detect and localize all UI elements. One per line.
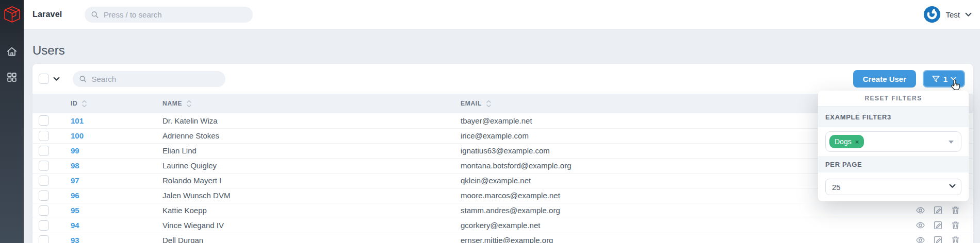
- filter-section-label: EXAMPLE FILTER3: [818, 107, 969, 127]
- delete-button[interactable]: [951, 235, 960, 243]
- per-page-section-label: PER PAGE: [818, 156, 969, 172]
- global-search-input[interactable]: [104, 10, 247, 19]
- search-icon: [91, 10, 99, 19]
- top-navbar: Laravel Test: [24, 0, 980, 29]
- eye-icon: [916, 235, 925, 243]
- chevron-down-icon: [949, 184, 956, 188]
- page-title: Users: [32, 43, 65, 58]
- brand-name[interactable]: Laravel: [32, 10, 62, 19]
- laravel-logo[interactable]: [0, 0, 24, 29]
- row-name: Laurine Quigley: [162, 158, 461, 173]
- sort-icon: [186, 100, 192, 108]
- row-id-link[interactable]: 98: [71, 161, 79, 170]
- edit-icon: [933, 220, 943, 230]
- row-id-link[interactable]: 96: [71, 191, 79, 200]
- row-name: Dell Durgan: [162, 233, 461, 243]
- row-checkbox[interactable]: [39, 161, 49, 171]
- filter-panel: RESET FILTERS EXAMPLE FILTER3 Dogs × PER…: [818, 91, 969, 201]
- row-checkbox[interactable]: [39, 115, 49, 126]
- table-row: 94 Vince Wiegand IV gcorkery@example.net: [32, 218, 973, 233]
- trash-icon: [951, 205, 960, 215]
- eye-icon: [916, 220, 925, 230]
- chevron-down-icon: [951, 77, 956, 81]
- resource-toolbar: Create User 1: [32, 64, 973, 94]
- row-checkbox[interactable]: [39, 190, 49, 201]
- sort-icon: [486, 100, 492, 108]
- laravel-logo-icon: [4, 6, 21, 23]
- chevron-down-icon: [965, 12, 972, 17]
- row-name: Dr. Katelin Wiza: [162, 113, 461, 128]
- row-id-link[interactable]: 97: [71, 176, 79, 185]
- filter-count: 1: [943, 75, 948, 83]
- edit-button[interactable]: [933, 220, 943, 230]
- table-row: 93 Dell Durgan ernser.mittie@example.org: [32, 233, 973, 243]
- grid-icon: [6, 72, 18, 83]
- row-checkbox[interactable]: [39, 220, 49, 231]
- sidebar: [0, 0, 24, 243]
- per-page-select[interactable]: 25: [825, 179, 961, 195]
- reset-filters-button[interactable]: RESET FILTERS: [818, 91, 969, 107]
- row-checkbox[interactable]: [39, 131, 49, 141]
- header-checkbox-spacer: [32, 94, 71, 113]
- row-id-link[interactable]: 94: [71, 221, 79, 230]
- select-all-dropdown[interactable]: [53, 77, 60, 81]
- avatar: [924, 6, 940, 23]
- eye-icon: [916, 205, 925, 215]
- search-icon: [79, 75, 87, 83]
- row-name: Vince Wiegand IV: [162, 218, 461, 233]
- example-filter3-multiselect[interactable]: Dogs ×: [825, 131, 961, 152]
- row-email: stamm.andres@example.org: [461, 203, 895, 218]
- global-search[interactable]: [85, 7, 253, 23]
- funnel-icon: [932, 75, 940, 83]
- delete-button[interactable]: [951, 205, 960, 215]
- user-menu[interactable]: Test: [924, 6, 972, 23]
- tag-label: Dogs: [835, 137, 852, 146]
- delete-button[interactable]: [951, 220, 960, 230]
- caret-down-icon: [949, 141, 954, 144]
- row-checkbox[interactable]: [39, 176, 49, 186]
- chevron-down-icon: [53, 77, 60, 81]
- per-page-value: 25: [832, 183, 841, 192]
- sort-column-id[interactable]: ID: [71, 94, 162, 113]
- trash-icon: [951, 235, 960, 243]
- create-user-button[interactable]: Create User: [853, 70, 916, 88]
- filter-dropdown-button[interactable]: 1: [923, 70, 965, 88]
- user-name: Test: [945, 10, 960, 19]
- row-email: ernser.mittie@example.org: [461, 233, 895, 243]
- edit-button[interactable]: [933, 205, 943, 215]
- remove-tag-button[interactable]: ×: [855, 138, 859, 145]
- row-checkbox[interactable]: [39, 235, 49, 243]
- row-checkbox[interactable]: [39, 146, 49, 156]
- home-icon: [6, 46, 18, 57]
- edit-icon: [933, 235, 943, 243]
- row-checkbox[interactable]: [39, 205, 49, 216]
- row-name: Jalen Wunsch DVM: [162, 188, 461, 203]
- table-row: 95 Kattie Koepp stamm.andres@example.org: [32, 203, 973, 218]
- view-button[interactable]: [916, 205, 925, 215]
- edit-button[interactable]: [933, 235, 943, 243]
- selected-tag: Dogs ×: [829, 135, 864, 148]
- row-id-link[interactable]: 93: [71, 236, 79, 243]
- row-id-link[interactable]: 95: [71, 206, 79, 215]
- edit-icon: [933, 205, 943, 215]
- row-email: gcorkery@example.net: [461, 218, 895, 233]
- row-name: Adrienne Stokes: [162, 128, 461, 143]
- trash-icon: [951, 220, 960, 230]
- view-button[interactable]: [916, 235, 925, 243]
- row-id-link[interactable]: 99: [71, 146, 79, 155]
- sort-column-name[interactable]: NAME: [162, 94, 461, 113]
- resource-search-input[interactable]: [91, 75, 219, 83]
- sidebar-item-home[interactable]: [6, 45, 18, 58]
- row-name: Kattie Koepp: [162, 203, 461, 218]
- resource-search[interactable]: [73, 71, 225, 87]
- row-name: Elian Lind: [162, 143, 461, 158]
- sort-icon: [81, 100, 87, 108]
- row-id-link[interactable]: 100: [71, 131, 84, 140]
- sidebar-item-resources[interactable]: [6, 71, 18, 83]
- select-all-checkbox[interactable]: [39, 74, 49, 84]
- row-id-link[interactable]: 101: [71, 116, 84, 125]
- row-name: Rolando Mayert I: [162, 173, 461, 188]
- view-button[interactable]: [916, 220, 925, 230]
